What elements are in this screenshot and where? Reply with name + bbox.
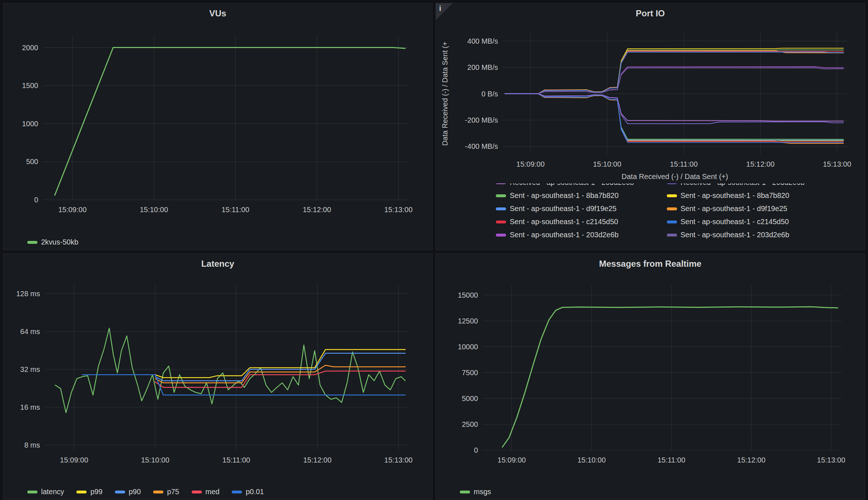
svg-text:15:11:00: 15:11:00: [657, 456, 685, 464]
info-i-glyph: i: [439, 4, 441, 13]
legend-swatch: [76, 491, 87, 493]
legend-label: Received - ap-southeast-1 - 203d2e6b: [510, 183, 634, 187]
svg-text:400 MB/s: 400 MB/s: [467, 37, 498, 45]
svg-text:-200 MB/s: -200 MB/s: [465, 116, 498, 124]
legend-item-received-ap-southeast-1-203d2e6b[interactable]: Received - ap-southeast-1 - 203d2e6b: [667, 183, 805, 187]
svg-text:2500: 2500: [462, 420, 478, 428]
panel-title-latency[interactable]: Latency: [6, 257, 429, 271]
legend-item-2kvus-50kb[interactable]: 2kvus-50kb: [27, 238, 78, 246]
legend-label: Received - ap-southeast-1 - 203d2e6b: [681, 183, 805, 187]
legend-swatch: [667, 221, 677, 223]
legend-swatch: [192, 491, 202, 493]
panel-title-messages[interactable]: Messages from Realtime: [439, 257, 862, 271]
svg-text:8 ms: 8 ms: [24, 441, 40, 449]
legend-swatch: [153, 491, 163, 493]
svg-text:1500: 1500: [22, 82, 39, 90]
legend-item-p75[interactable]: p75: [153, 488, 179, 496]
legend-item-sent-ap-southeast-1-d9f19e25[interactable]: Sent - ap-southeast-1 - d9f19e25: [496, 205, 634, 213]
panel-port-io: i Port IO -400 MB/s-200 MB/s0 B/s200 MB/…: [435, 3, 865, 250]
legend-label: 2kvus-50kb: [41, 238, 78, 246]
panel-latency: Latency 8 ms16 ms32 ms64 ms128 ms15:09:0…: [3, 253, 433, 500]
legend-label: Sent - ap-southeast-1 - 8ba7b820: [681, 191, 789, 200]
panel-messages: Messages from Realtime 02500500075001000…: [435, 253, 865, 500]
svg-text:128 ms: 128 ms: [16, 290, 40, 298]
svg-text:15:11:00: 15:11:00: [222, 456, 250, 464]
svg-text:1000: 1000: [22, 120, 39, 128]
legend-item-sent-ap-southeast-1-8ba7b820[interactable]: Sent - ap-southeast-1 - 8ba7b820: [496, 191, 634, 200]
svg-text:15:13:00: 15:13:00: [384, 206, 413, 214]
legend-label: Sent - ap-southeast-1 - d9f19e25: [510, 205, 617, 213]
svg-text:15:12:00: 15:12:00: [746, 160, 775, 168]
panel-vus: VUs 050010001500200015:09:0015:10:0015:1…: [3, 3, 433, 250]
svg-text:-400 MB/s: -400 MB/s: [465, 142, 498, 150]
panel-title-port-io[interactable]: Port IO: [439, 6, 862, 21]
legend-label: Sent - ap-southeast-1 - d9f19e25: [681, 205, 788, 213]
latency-chart[interactable]: 8 ms16 ms32 ms64 ms128 ms15:09:0015:10:0…: [6, 271, 429, 473]
svg-text:15:12:00: 15:12:00: [737, 456, 765, 464]
legend-label: Sent - ap-southeast-1 - 203d2e6b: [681, 231, 789, 239]
legend-label: p0.01: [246, 488, 264, 496]
port-io-legend: Received - ap-southeast-1 - 203d2e6bRece…: [439, 183, 862, 239]
legend-swatch: [232, 491, 242, 493]
legend-swatch: [496, 183, 506, 184]
legend-item-received-ap-southeast-1-203d2e6b[interactable]: Received - ap-southeast-1 - 203d2e6b: [496, 183, 634, 187]
legend-label: Sent - ap-southeast-1 - 8ba7b820: [510, 191, 618, 200]
legend-label: Sent - ap-southeast-1 - c2145d50: [681, 218, 789, 226]
legend-item-sent-ap-southeast-1-203d2e6b[interactable]: Sent - ap-southeast-1 - 203d2e6b: [496, 231, 634, 239]
svg-text:12500: 12500: [458, 317, 478, 325]
legend-swatch: [115, 491, 125, 493]
svg-text:15000: 15000: [458, 291, 478, 299]
legend-item-sent-ap-southeast-1-d9f19e25[interactable]: Sent - ap-southeast-1 - d9f19e25: [667, 205, 805, 213]
svg-text:15:09:00: 15:09:00: [58, 206, 87, 214]
messages-legend: msgs: [439, 488, 862, 496]
svg-text:15:10:00: 15:10:00: [577, 456, 606, 464]
svg-text:15:11:00: 15:11:00: [222, 206, 249, 214]
legend-item-sent-ap-southeast-1-8ba7b820[interactable]: Sent - ap-southeast-1 - 8ba7b820: [667, 191, 805, 200]
legend-item-sent-ap-southeast-1-c2145d50[interactable]: Sent - ap-southeast-1 - c2145d50: [496, 218, 634, 226]
latency-legend: latencyp99p90p75medp0.01: [6, 488, 429, 496]
legend-item-p90[interactable]: p90: [115, 488, 141, 496]
svg-text:15:13:00: 15:13:00: [817, 456, 845, 464]
legend-item-med[interactable]: med: [192, 488, 220, 496]
svg-text:0: 0: [474, 446, 478, 454]
svg-text:64 ms: 64 ms: [20, 328, 40, 336]
svg-text:15:10:00: 15:10:00: [141, 456, 170, 464]
port-io-legend-viewport: Received - ap-southeast-1 - 203d2e6bRece…: [439, 183, 862, 239]
legend-label: Sent - ap-southeast-1 - 203d2e6b: [510, 231, 618, 239]
svg-text:15:12:00: 15:12:00: [303, 206, 331, 214]
svg-text:15:12:00: 15:12:00: [303, 456, 331, 464]
svg-text:16 ms: 16 ms: [20, 403, 40, 411]
legend-swatch: [667, 183, 677, 184]
dashboard: VUs 050010001500200015:09:0015:10:0015:1…: [0, 0, 868, 500]
svg-text:15:09:00: 15:09:00: [498, 456, 526, 464]
svg-text:10000: 10000: [458, 343, 478, 351]
legend-swatch: [460, 491, 470, 493]
legend-swatch: [27, 491, 37, 493]
legend-label: p90: [129, 488, 141, 496]
svg-text:0 B/s: 0 B/s: [481, 90, 498, 98]
legend-label: med: [206, 488, 220, 496]
legend-item-sent-ap-southeast-1-c2145d50[interactable]: Sent - ap-southeast-1 - c2145d50: [667, 218, 805, 226]
legend-label: msgs: [474, 488, 491, 496]
messages-chart[interactable]: 025005000750010000125001500015:09:0015:1…: [439, 271, 862, 473]
panel-title-vus[interactable]: VUs: [6, 6, 429, 21]
port-io-chart[interactable]: -400 MB/s-200 MB/s0 B/s200 MB/s400 MB/s1…: [439, 21, 862, 183]
legend-swatch: [27, 241, 37, 244]
legend-item-msgs[interactable]: msgs: [460, 488, 491, 496]
svg-text:32 ms: 32 ms: [20, 365, 40, 373]
svg-text:7500: 7500: [462, 369, 478, 377]
legend-swatch: [496, 194, 506, 197]
panel-info-icon[interactable]: i: [436, 3, 453, 20]
legend-item-p99[interactable]: p99: [76, 488, 102, 496]
legend-item-latency[interactable]: latency: [27, 488, 64, 496]
legend-item-p0-01[interactable]: p0.01: [232, 488, 264, 496]
svg-text:15:11:00: 15:11:00: [670, 160, 697, 168]
vus-chart[interactable]: 050010001500200015:09:0015:10:0015:11:00…: [6, 21, 429, 223]
legend-item-sent-ap-southeast-1-203d2e6b[interactable]: Sent - ap-southeast-1 - 203d2e6b: [667, 231, 805, 239]
svg-text:15:09:00: 15:09:00: [60, 456, 88, 464]
legend-label: p99: [90, 488, 102, 496]
legend-swatch: [496, 221, 506, 223]
svg-text:Data Received (-) / Data Sent: Data Received (-) / Data Sent (+: [441, 41, 449, 146]
svg-text:200 MB/s: 200 MB/s: [467, 63, 498, 71]
svg-text:15:13:00: 15:13:00: [823, 160, 851, 168]
